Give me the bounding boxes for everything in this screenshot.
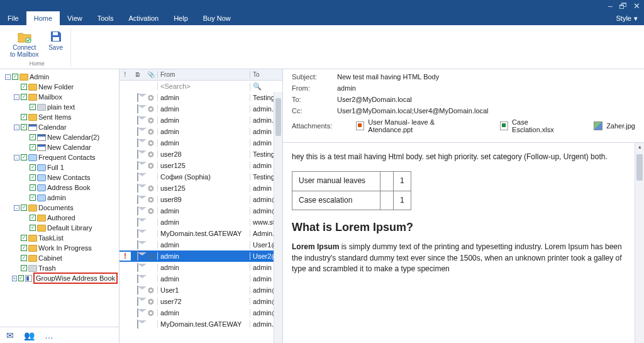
tree-expander[interactable]: - bbox=[14, 125, 19, 130]
tree-checkbox[interactable]: ✓ bbox=[30, 225, 36, 231]
scrollbar-thumb[interactable] bbox=[636, 154, 643, 181]
style-dropdown[interactable]: Style ▾ bbox=[616, 11, 644, 25]
message-row[interactable]: MyDomain.test.GATEWAYadmin.N bbox=[119, 318, 282, 330]
mail-view-button[interactable]: ✉ bbox=[6, 330, 14, 340]
people-view-button[interactable]: 👥 bbox=[24, 330, 35, 340]
window-close-button[interactable]: ✕ bbox=[633, 2, 640, 10]
attachment-item[interactable]: Zaher.jpg bbox=[594, 118, 635, 133]
tree-node[interactable]: -✓Calendar bbox=[1, 122, 118, 132]
col-from[interactable]: From bbox=[157, 71, 250, 78]
tree-checkbox[interactable]: ✓ bbox=[21, 235, 27, 241]
message-row[interactable]: ⏣user125admin bbox=[119, 160, 282, 171]
message-row[interactable]: ⏣User1admin@ bbox=[119, 284, 282, 296]
menu-item-file[interactable]: File bbox=[0, 11, 26, 25]
tree-node[interactable]: -✓Frequent Contacts bbox=[1, 152, 118, 162]
save-button[interactable]: Save bbox=[45, 28, 67, 59]
message-row[interactable]: ⏣adminadmin bbox=[119, 126, 282, 137]
tree-node[interactable]: ✓Cabinet bbox=[1, 253, 118, 263]
message-row[interactable]: ⏣adminadmin.N bbox=[119, 103, 282, 115]
message-row[interactable]: adminwww.ste bbox=[119, 216, 282, 228]
tree-checkbox[interactable]: ✓ bbox=[30, 215, 36, 221]
col-type[interactable]: 🗎 bbox=[131, 71, 145, 78]
tree-node[interactable]: ✓New Calendar(2) bbox=[1, 132, 118, 142]
tree-node[interactable]: ✓Trash bbox=[1, 263, 118, 273]
tree-node[interactable]: ✓plain text bbox=[1, 102, 118, 112]
search-icon[interactable]: 🔍 bbox=[250, 82, 282, 91]
message-row[interactable]: София (Sophia)Testing bbox=[119, 171, 282, 183]
connect-to-mailbox-button[interactable]: Connect to Mailbox bbox=[8, 28, 42, 59]
message-row[interactable]: ⏣adminadmin@ bbox=[119, 205, 282, 216]
menu-item-activation[interactable]: Activation bbox=[121, 11, 166, 25]
scroll-up-arrow[interactable]: ▴ bbox=[635, 143, 644, 152]
tree-expander[interactable]: - bbox=[5, 74, 11, 80]
message-row[interactable]: ⏣user89admin@ bbox=[119, 194, 282, 205]
tree-node[interactable]: ✓admin bbox=[1, 193, 118, 203]
tree-checkbox[interactable]: ✓ bbox=[18, 275, 24, 281]
col-priority[interactable]: ! bbox=[119, 71, 131, 78]
window-minimize-button[interactable]: – bbox=[608, 2, 613, 10]
window-restore-button[interactable]: 🗗 bbox=[619, 2, 627, 10]
message-row[interactable]: adminadmin bbox=[119, 262, 282, 273]
col-attachment[interactable]: 📎 bbox=[145, 71, 157, 78]
message-search-row[interactable]: <Search> 🔍 bbox=[119, 81, 282, 92]
tree-node[interactable]: ✓Full 1 bbox=[1, 162, 118, 172]
message-row[interactable]: ⏣adminadmin bbox=[119, 137, 282, 149]
message-row[interactable]: ⏣adminadmin.N bbox=[119, 115, 282, 126]
col-to[interactable]: To bbox=[250, 71, 282, 78]
tree-node[interactable]: ✓Address Book bbox=[1, 183, 118, 193]
message-row[interactable]: adminUser1@ bbox=[119, 239, 282, 250]
tree-checkbox[interactable]: ✓ bbox=[30, 144, 36, 150]
tree-checkbox[interactable]: ✓ bbox=[21, 84, 27, 90]
message-row[interactable]: !⏣adminUser2@ bbox=[119, 250, 282, 262]
tree-checkbox[interactable]: ✓ bbox=[21, 94, 27, 100]
tree-expander[interactable]: - bbox=[14, 155, 19, 160]
preview-scrollbar[interactable]: ▴ bbox=[635, 143, 644, 343]
tree-node[interactable]: +✓GroupWise Address Book bbox=[1, 273, 118, 283]
tree-checkbox[interactable]: ✓ bbox=[21, 124, 27, 130]
tree-checkbox[interactable]: ✓ bbox=[21, 114, 27, 120]
tree-node[interactable]: ✓TaskList bbox=[1, 233, 118, 243]
message-row[interactable]: ⏣user125admin bbox=[119, 183, 282, 194]
tree-checkbox[interactable]: ✓ bbox=[30, 164, 36, 171]
tree-checkbox[interactable]: ✓ bbox=[30, 134, 36, 140]
tree-checkbox[interactable]: ✓ bbox=[12, 74, 18, 80]
tree-node[interactable]: ✓Sent Items bbox=[1, 112, 118, 122]
menu-item-buy-now[interactable]: Buy Now bbox=[196, 11, 238, 25]
menu-item-tools[interactable]: Tools bbox=[90, 11, 121, 25]
tree-expander[interactable]: + bbox=[12, 276, 17, 281]
message-row[interactable]: MyDomain.test.GATEWAYAdmin.N bbox=[119, 228, 282, 239]
tree-expander[interactable]: - bbox=[14, 94, 19, 100]
search-input[interactable]: <Search> bbox=[157, 82, 250, 90]
tree-node[interactable]: ✓Authored bbox=[1, 213, 118, 223]
tree-node[interactable]: ✓New Calendar bbox=[1, 142, 118, 152]
tree-checkbox[interactable]: ✓ bbox=[21, 265, 27, 271]
message-list-scrollbar[interactable] bbox=[274, 92, 282, 343]
message-row[interactable]: ⏣adminTesting bbox=[119, 92, 282, 103]
tree-checkbox[interactable]: ✓ bbox=[30, 194, 36, 201]
tree-expander[interactable]: - bbox=[14, 205, 19, 211]
menu-item-home[interactable]: Home bbox=[26, 11, 60, 25]
tree-node[interactable]: -✓Admin bbox=[1, 72, 118, 82]
tree-node[interactable]: ✓New Folder bbox=[1, 82, 118, 92]
tree-node[interactable]: ✓Work In Progress bbox=[1, 243, 118, 253]
tree-checkbox[interactable]: ✓ bbox=[21, 154, 27, 160]
message-list-header[interactable]: ! 🗎 📎 From To bbox=[119, 69, 282, 81]
tree-checkbox[interactable]: ✓ bbox=[21, 205, 27, 211]
message-row[interactable]: ⏣adminadmin@ bbox=[119, 307, 282, 318]
message-row[interactable]: ⏣user72admin@ bbox=[119, 296, 282, 307]
menu-item-view[interactable]: View bbox=[60, 11, 90, 25]
attachment-item[interactable]: User Manual- leave & Atendance.ppt bbox=[356, 118, 475, 133]
tree-checkbox[interactable]: ✓ bbox=[21, 255, 27, 261]
more-views-button[interactable]: … bbox=[45, 330, 53, 340]
tree-checkbox[interactable]: ✓ bbox=[30, 104, 36, 110]
tree-checkbox[interactable]: ✓ bbox=[30, 174, 36, 181]
message-row[interactable]: adminadmin bbox=[119, 273, 282, 284]
menu-item-help[interactable]: Help bbox=[166, 11, 196, 25]
tree-checkbox[interactable]: ✓ bbox=[21, 245, 27, 251]
scrollbar-thumb[interactable] bbox=[275, 98, 281, 136]
tree-node[interactable]: ✓New Contacts bbox=[1, 172, 118, 183]
attachment-item[interactable]: Case Esclation.xlsx bbox=[500, 118, 569, 133]
message-row[interactable]: ⏣user28Testing bbox=[119, 149, 282, 160]
tree-node[interactable]: ✓Default Library bbox=[1, 223, 118, 233]
tree-node[interactable]: -✓Mailbox bbox=[1, 92, 118, 102]
